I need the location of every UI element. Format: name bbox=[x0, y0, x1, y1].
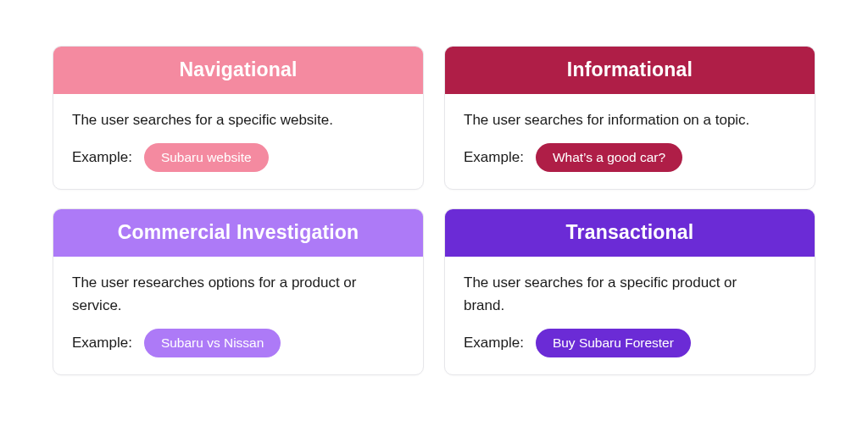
card-header: Navigational bbox=[53, 47, 423, 94]
example-row: Example: Buy Subaru Forester bbox=[464, 329, 796, 357]
example-label: Example: bbox=[72, 149, 132, 166]
card-description: The user searches for information on a t… bbox=[464, 109, 752, 131]
card-transactional: Transactional The user searches for a sp… bbox=[444, 208, 815, 375]
card-commercial-investigation: Commercial Investigation The user resear… bbox=[53, 208, 424, 375]
card-description: The user researches options for a produc… bbox=[72, 272, 360, 317]
card-navigational: Navigational The user searches for a spe… bbox=[53, 46, 424, 190]
card-body: The user searches for a specific website… bbox=[53, 94, 423, 189]
card-body: The user searches for a specific product… bbox=[445, 257, 815, 374]
example-pill: What’s a good car? bbox=[536, 143, 682, 172]
card-body: The user searches for information on a t… bbox=[445, 94, 815, 189]
card-body: The user researches options for a produc… bbox=[53, 257, 423, 374]
example-label: Example: bbox=[72, 335, 132, 352]
card-header: Commercial Investigation bbox=[53, 209, 423, 257]
example-label: Example: bbox=[464, 335, 524, 352]
card-description: The user searches for a specific website… bbox=[72, 109, 360, 131]
example-pill: Subaru vs Nissan bbox=[144, 329, 281, 357]
example-row: Example: What’s a good car? bbox=[464, 143, 796, 172]
example-label: Example: bbox=[464, 149, 524, 166]
example-pill: Subaru website bbox=[144, 143, 269, 172]
card-header: Informational bbox=[445, 47, 815, 94]
card-informational: Informational The user searches for info… bbox=[444, 46, 815, 190]
search-intent-grid: Navigational The user searches for a spe… bbox=[53, 46, 815, 375]
card-header: Transactional bbox=[445, 209, 815, 257]
card-description: The user searches for a specific product… bbox=[464, 272, 752, 317]
example-row: Example: Subaru website bbox=[72, 143, 404, 172]
example-pill: Buy Subaru Forester bbox=[536, 329, 691, 357]
example-row: Example: Subaru vs Nissan bbox=[72, 329, 404, 357]
